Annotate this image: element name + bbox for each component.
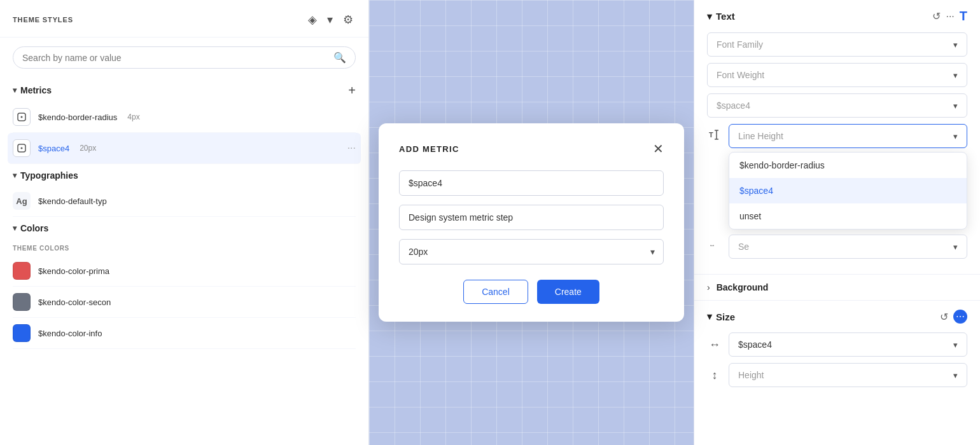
metrics-section-header[interactable]: ▾ Metrics + (13, 78, 356, 102)
palette-icon: ◈ (308, 13, 317, 27)
color-primary-item: $kendo-color-prima (13, 256, 356, 287)
another-row-dropdown[interactable]: Se ▾ (729, 235, 967, 259)
color-primary-name: $kendo-color-prima (38, 266, 109, 276)
modal-close-button[interactable]: ✕ (653, 142, 664, 155)
space4-icon (13, 139, 31, 157)
modal-description-field (399, 205, 664, 230)
settings-icon: ⚙ (343, 13, 353, 27)
svg-text:T: T (709, 131, 713, 139)
metric-description-input[interactable] (399, 205, 664, 230)
font-weight-chevron-icon: ▾ (953, 71, 958, 80)
space4-chevron-icon: ▾ (953, 101, 958, 111)
color-info-swatch (13, 324, 31, 342)
modal-title: ADD METRIC (399, 144, 459, 154)
size-dots-button[interactable]: ⋯ (953, 310, 967, 324)
line-height-icon: T (707, 128, 722, 144)
right-panel: ▾ Text ↺ ··· T Font Family ▾ Font Wei (694, 0, 980, 445)
undo-icon: ↺ (932, 11, 941, 22)
size-height-dropdown[interactable]: Height ▾ (729, 363, 967, 387)
dropdown-item-unset[interactable]: unset (729, 203, 967, 229)
header-icons: ◈ ▾ ⚙ (305, 11, 356, 28)
font-family-chevron-icon: ▾ (953, 40, 958, 50)
background-section[interactable]: › Background (694, 275, 980, 301)
metrics-chevron: ▾ (13, 86, 17, 95)
size-width-dropdown[interactable]: $space4 ▾ (729, 332, 967, 357)
metrics-section-title: ▾ Metrics (13, 85, 52, 95)
left-panel-header: THEME STYLES ◈ ▾ ⚙ (0, 0, 368, 38)
space4-list-item: $space4 20px ··· (8, 133, 361, 164)
search-icon: 🔍 (333, 51, 346, 64)
metric-value-select[interactable]: 20px 4px 8px 16px (399, 239, 664, 264)
size-height-chevron-icon: ▾ (953, 371, 958, 380)
another-row-icon: ↔ (707, 239, 722, 255)
size-width-label: $space4 (738, 339, 772, 350)
colors-section-header[interactable]: ▾ Colors (13, 217, 356, 238)
text-section: ▾ Text ↺ ··· T Font Family ▾ Font Wei (694, 0, 980, 275)
background-chevron-icon: › (707, 282, 710, 292)
size-height-icon: ↕ (707, 369, 722, 382)
color-info-item: $kendo-color-info (13, 318, 356, 349)
cancel-button[interactable]: Cancel (463, 280, 528, 304)
more-icon: ··· (946, 11, 954, 22)
color-secondary-swatch (13, 293, 31, 311)
search-box[interactable]: 🔍 (13, 46, 356, 69)
size-section-header: ▾ Size ↺ ⋯ (707, 310, 967, 324)
font-family-dropdown[interactable]: Font Family ▾ (707, 32, 967, 57)
typographies-chevron: ▾ (13, 171, 17, 180)
metrics-section: ▾ Metrics + $kendo-border-radius 4px $sp… (0, 78, 368, 164)
typography-name: $kendo-default-typ (38, 196, 107, 206)
typographies-section-header[interactable]: ▾ Typographies (13, 164, 356, 186)
border-radius-value: 4px (127, 113, 139, 121)
line-height-dropdown-menu: $kendo-border-radius $space4 unset (729, 152, 967, 229)
modal-overlay: ADD METRIC ✕ 20px 4px 8px 16px ▾ (369, 0, 694, 445)
metric-name-input[interactable] (399, 170, 664, 196)
space4-name: $space4 (38, 144, 69, 153)
line-height-row: T Line Height ▾ (707, 124, 967, 148)
dropdown-item-border-radius[interactable]: $kendo-border-radius (729, 153, 967, 178)
list-item: $kendo-border-radius 4px (13, 102, 356, 133)
text-undo-button[interactable]: ↺ (932, 10, 941, 22)
colors-section: ▾ Colors THEME COLORS $kendo-color-prima… (0, 217, 368, 349)
chevron-down-btn[interactable]: ▾ (325, 11, 335, 28)
text-chevron-icon: ▾ (707, 11, 712, 22)
settings-btn[interactable]: ⚙ (340, 11, 356, 28)
color-secondary-name: $kendo-color-secon (38, 298, 111, 307)
text-section-title: ▾ Text (707, 11, 735, 22)
color-info-name: $kendo-color-info (38, 329, 102, 338)
typographies-section: ▾ Typographies Ag $kendo-default-typ (0, 164, 368, 217)
palette-icon-btn[interactable]: ◈ (305, 11, 319, 28)
size-height-label: Height (738, 370, 764, 380)
size-width-chevron-icon: ▾ (953, 340, 958, 350)
theme-styles-title: THEME STYLES (13, 16, 73, 24)
create-button[interactable]: Create (537, 280, 599, 304)
space4-more-icon[interactable]: ··· (347, 142, 356, 154)
svg-point-3 (21, 147, 23, 149)
text-more-button[interactable]: ··· (946, 11, 954, 22)
size-width-icon: ↔ (707, 338, 722, 352)
dropdown-item-space4[interactable]: $space4 (729, 178, 967, 203)
size-undo-icon: ↺ (940, 312, 948, 322)
font-weight-dropdown[interactable]: Font Weight ▾ (707, 63, 967, 87)
svg-text:↔: ↔ (709, 242, 715, 249)
text-type-button[interactable]: T (960, 9, 967, 24)
color-secondary-item: $kendo-color-secon (13, 287, 356, 318)
size-section: ▾ Size ↺ ⋯ ↔ $space4 ▾ ↕ H (694, 301, 980, 400)
modal-name-field (399, 170, 664, 196)
metrics-add-button[interactable]: + (348, 84, 356, 97)
modal-value-select-wrapper: 20px 4px 8px 16px ▾ (399, 239, 664, 264)
size-height-row: ↕ Height ▾ (707, 363, 967, 387)
size-undo-button[interactable]: ↺ (940, 311, 948, 323)
search-input[interactable] (22, 53, 328, 63)
modal-header: ADD METRIC ✕ (399, 142, 664, 155)
line-height-chevron-icon: ▾ (953, 132, 958, 141)
modal-value-field: 20px 4px 8px 16px ▾ (399, 239, 664, 264)
size-width-row: ↔ $space4 ▾ (707, 332, 967, 357)
text-section-header: ▾ Text ↺ ··· T (707, 9, 967, 24)
another-row-label: Se (738, 242, 749, 252)
space4-value: 20px (80, 144, 96, 153)
add-metric-modal: ADD METRIC ✕ 20px 4px 8px 16px ▾ (379, 123, 684, 322)
another-row-chevron-icon: ▾ (953, 242, 958, 252)
line-height-dropdown[interactable]: Line Height ▾ (729, 124, 967, 148)
modal-footer: Cancel Create (399, 280, 664, 304)
space4-dropdown[interactable]: $space4 ▾ (707, 93, 967, 118)
